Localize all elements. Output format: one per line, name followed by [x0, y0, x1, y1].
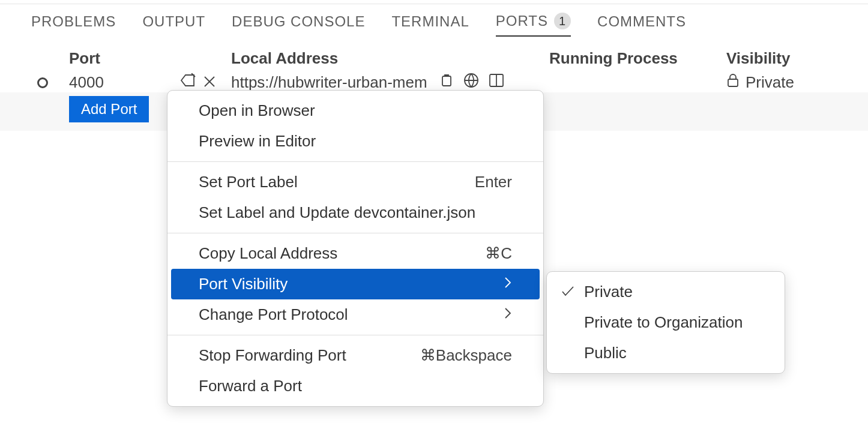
local-address: https://hubwriter-urban-mem: [231, 73, 427, 92]
ctx-change-port-protocol[interactable]: Change Port Protocol: [167, 299, 543, 330]
ports-count-badge: 1: [554, 13, 571, 29]
menu-separator: [167, 233, 543, 233]
port-number: 4000: [69, 73, 104, 92]
context-menu: Open in Browser Preview in Editor Set Po…: [167, 90, 544, 407]
menu-shortcut: ⌘C: [485, 244, 512, 263]
tab-label: OUTPUT: [142, 13, 205, 30]
submenu-label: Private to Organization: [584, 313, 743, 332]
tab-label: TERMINAL: [391, 13, 469, 30]
ctx-set-label-devcontainer[interactable]: Set Label and Update devcontainer.json: [167, 197, 543, 228]
menu-label: Copy Local Address: [199, 244, 337, 263]
chevron-right-icon: [504, 277, 512, 292]
menu-separator: [167, 335, 543, 335]
label-icon[interactable]: [179, 73, 196, 92]
menu-label: Change Port Protocol: [199, 305, 348, 324]
copy-icon[interactable]: [439, 73, 454, 92]
ctx-forward-a-port[interactable]: Forward a Port: [167, 371, 543, 401]
tab-label: PROBLEMS: [31, 13, 116, 30]
close-icon[interactable]: [203, 73, 215, 92]
tab-terminal[interactable]: TERMINAL: [391, 13, 469, 36]
check-icon: [560, 283, 576, 301]
tab-label: COMMENTS: [597, 13, 686, 30]
tab-output[interactable]: OUTPUT: [142, 13, 205, 36]
header-running-process: Running Process: [549, 49, 726, 68]
menu-label: Set Port Label: [199, 173, 298, 191]
menu-separator: [167, 161, 543, 162]
add-port-button[interactable]: Add Port: [69, 96, 149, 122]
lock-icon: [726, 73, 740, 92]
menu-label: Forward a Port: [199, 377, 302, 395]
ctx-preview-in-editor[interactable]: Preview in Editor: [167, 126, 543, 157]
ctx-open-in-browser[interactable]: Open in Browser: [167, 95, 543, 126]
svg-rect-2: [442, 76, 451, 86]
tab-label: PORTS: [496, 13, 548, 29]
submenu-label: Public: [584, 344, 627, 362]
menu-shortcut: Enter: [475, 173, 512, 191]
chevron-right-icon: [504, 307, 512, 323]
menu-label: Preview in Editor: [199, 132, 316, 151]
tab-ports[interactable]: PORTS 1: [496, 13, 571, 37]
ports-table-header: Port Local Address Running Process Visib…: [0, 44, 868, 73]
menu-label: Set Label and Update devcontainer.json: [199, 203, 475, 222]
port-status-icon: [37, 77, 48, 88]
tab-comments[interactable]: COMMENTS: [597, 13, 686, 36]
panel-tabs: PROBLEMS OUTPUT DEBUG CONSOLE TERMINAL P…: [0, 4, 868, 42]
submenu-label: Private: [584, 283, 633, 301]
menu-shortcut: ⌘Backspace: [420, 346, 512, 365]
submenu-private[interactable]: Private: [547, 277, 785, 307]
add-port-label: Add Port: [81, 101, 137, 117]
tab-label: DEBUG CONSOLE: [232, 13, 365, 30]
ctx-copy-local-address[interactable]: Copy Local Address ⌘C: [167, 238, 543, 269]
header-visibility: Visibility: [726, 49, 846, 68]
svg-rect-6: [728, 79, 738, 86]
ctx-port-visibility[interactable]: Port Visibility: [171, 269, 540, 299]
visibility-value: Private: [746, 73, 794, 92]
header-local-address: Local Address: [231, 49, 549, 68]
submenu-public[interactable]: Public: [547, 338, 785, 368]
menu-label: Stop Forwarding Port: [199, 346, 346, 365]
split-icon[interactable]: [489, 73, 504, 92]
tab-debug-console[interactable]: DEBUG CONSOLE: [232, 13, 365, 36]
menu-label: Open in Browser: [199, 101, 315, 120]
submenu-private-to-organization[interactable]: Private to Organization: [547, 307, 785, 338]
ctx-set-port-label[interactable]: Set Port Label Enter: [167, 167, 543, 197]
menu-label: Port Visibility: [199, 275, 288, 293]
ctx-stop-forwarding-port[interactable]: Stop Forwarding Port ⌘Backspace: [167, 340, 543, 371]
tab-problems[interactable]: PROBLEMS: [31, 13, 116, 36]
visibility-submenu: Private Private to Organization Public: [546, 271, 785, 374]
header-port: Port: [69, 49, 231, 68]
